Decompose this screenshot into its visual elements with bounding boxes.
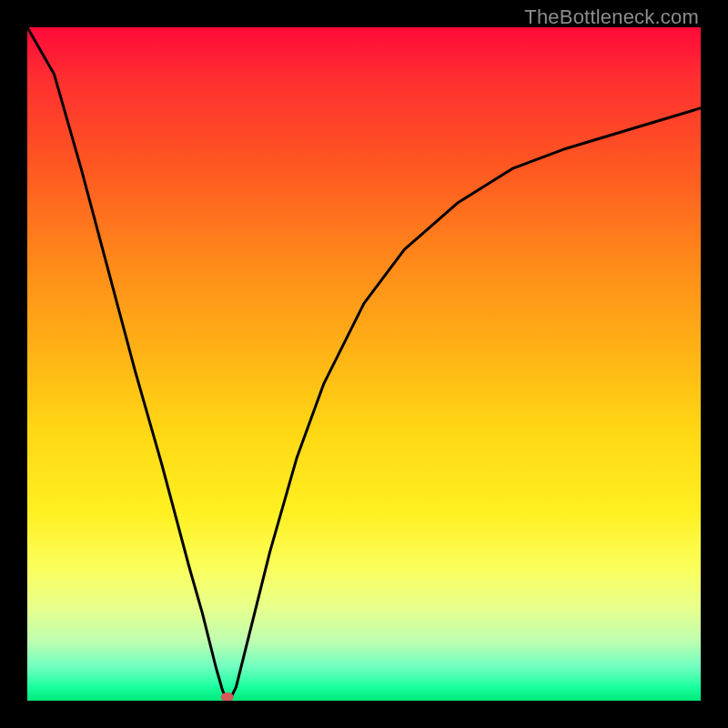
bottleneck-curve bbox=[27, 27, 701, 701]
chart-svg bbox=[27, 27, 701, 701]
chart-frame: TheBottleneck.com bbox=[0, 0, 728, 728]
plot-area bbox=[27, 27, 701, 701]
watermark-text: TheBottleneck.com bbox=[524, 5, 699, 29]
